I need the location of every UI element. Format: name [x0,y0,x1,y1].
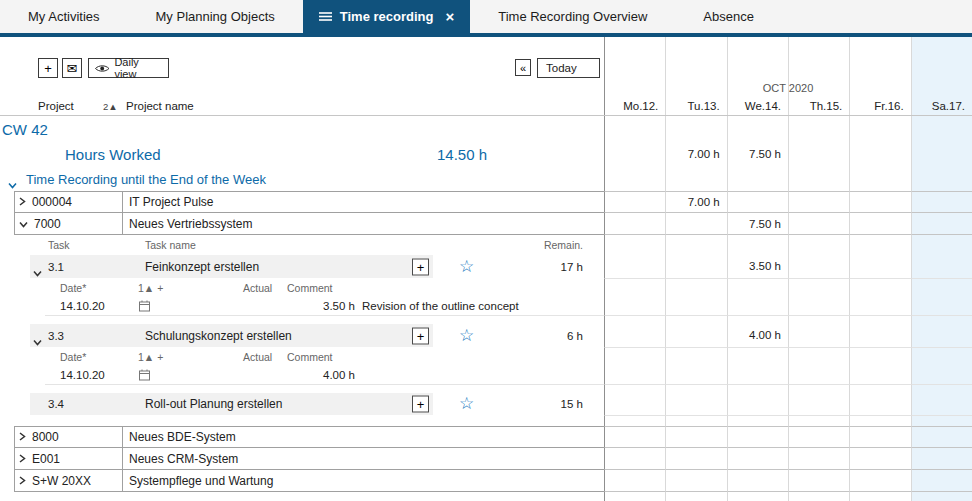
view-selector[interactable]: Daily view [88,58,169,78]
chevron-right-icon[interactable] [19,195,26,209]
day-header: Sa.17. [911,97,972,115]
day-cell [849,392,910,416]
day-cell [849,348,910,365]
task-id: 3.3 [48,330,64,342]
column-header-comment[interactable]: Comment [287,282,333,294]
day-cell [911,213,972,235]
column-header-remaining[interactable]: Remain. [544,239,583,251]
sort-indicator[interactable]: 2▲ [103,101,118,112]
day-header: Fr.16. [849,97,910,115]
day-cell [788,385,849,392]
day-cell [604,385,665,392]
chevron-down-icon[interactable] [19,217,28,231]
tab-time-recording-overview[interactable]: Time Recording Overview [470,0,675,33]
day-cell [849,235,910,254]
project-row[interactable]: 7000 Neues Vertriebssystem [14,213,604,235]
column-header-task[interactable]: Task [48,239,70,251]
day-grid-row [604,296,972,316]
day-cell [849,213,910,235]
chevron-right-icon[interactable] [19,452,26,466]
send-mail-button[interactable]: ✉ [62,58,82,78]
remaining-hours: 17 h [561,261,583,273]
day-cell [665,416,726,426]
tab-label: Absence [703,9,754,24]
project-row[interactable]: S+W 20XX Systempflege und Wartung [14,470,604,492]
day-grid-row: 7.50 h [604,213,972,235]
add-entry-button[interactable]: + [412,396,429,413]
add-entry-button[interactable]: + [412,258,429,275]
week-title: CW 42 [2,120,48,137]
sort-indicator[interactable]: 1▲ + [138,282,163,294]
day-cell [665,385,726,392]
today-button[interactable]: Today [537,58,600,78]
day-cell [911,37,972,57]
day-cell [911,235,972,254]
day-cell [665,323,726,348]
day-cell [788,323,849,348]
tab-my-planning-objects[interactable]: My Planning Objects [128,0,303,33]
day-cell [788,492,849,501]
day-cell [604,348,665,365]
project-row[interactable]: E001 Neues CRM-System [14,448,604,470]
day-cell [849,116,910,141]
day-cell [788,316,849,323]
day-cell [727,492,788,501]
day-cell [849,365,910,385]
day-cell [849,37,910,57]
column-header-date[interactable]: Date* [60,282,86,294]
day-cell [665,426,726,448]
favorite-star-icon[interactable]: ☆ [459,326,474,343]
add-entry-button[interactable]: + [412,327,429,344]
day-cell [604,492,665,501]
entry-comment: Revision of the outline concept [362,300,519,312]
column-header-task-name[interactable]: Task name [145,239,196,251]
day-cell [849,492,910,501]
calendar-icon[interactable] [139,369,150,381]
day-cell [727,385,788,392]
day-cell [604,166,665,191]
day-header: Th.15. [788,97,849,115]
close-icon[interactable]: × [445,9,454,24]
project-row[interactable]: 8000 Neues BDE-System [14,426,604,448]
previous-period-button[interactable]: « [515,59,531,76]
tab-absence[interactable]: Absence [675,0,782,33]
project-name: Systempflege und Wartung [129,474,273,488]
day-cell [727,235,788,254]
column-header-actual[interactable]: Actual [243,351,272,363]
column-header-actual[interactable]: Actual [243,282,272,294]
tab-label: Time recording [340,9,434,24]
day-cell [604,316,665,323]
chevron-right-icon[interactable] [19,474,26,488]
sort-indicator[interactable]: 1▲ + [138,351,163,363]
day-cell: 7.00 h [665,191,726,213]
day-cell [727,37,788,57]
entry-table-header: Date* 1▲ + Actual Comment [0,348,604,365]
column-header-project[interactable]: Project [38,100,74,112]
tab-time-recording[interactable]: Time recording × [303,0,470,33]
day-cell [665,57,726,79]
menu-icon [319,11,332,22]
hours-worked-label: Hours Worked [65,145,161,162]
day-cell: 3.50 h [727,254,788,279]
favorite-star-icon[interactable]: ☆ [459,395,474,412]
calendar-icon[interactable] [139,300,150,312]
column-header-date[interactable]: Date* [60,351,86,363]
chevron-right-icon[interactable] [19,430,26,444]
day-value: 4.00 h [749,329,781,341]
day-grid-row [604,116,972,141]
favorite-star-icon[interactable]: ☆ [459,257,474,274]
day-value: 7.00 h [688,196,720,208]
day-grid-row: 3.50 h [604,254,972,279]
day-cell [665,279,726,296]
day-cell [604,365,665,385]
day-grid-row [604,37,972,57]
day-grid-row [604,279,972,296]
day-cell [727,296,788,316]
day-grid-row: 4.00 h [604,323,972,348]
add-booking-button[interactable]: + [38,58,58,78]
column-header-project-name[interactable]: Project name [126,100,194,112]
day-cell [727,57,788,79]
column-header-comment[interactable]: Comment [287,351,333,363]
project-row[interactable]: 000004 IT Project Pulse [14,191,604,213]
tab-my-activities[interactable]: My Activities [0,0,128,33]
